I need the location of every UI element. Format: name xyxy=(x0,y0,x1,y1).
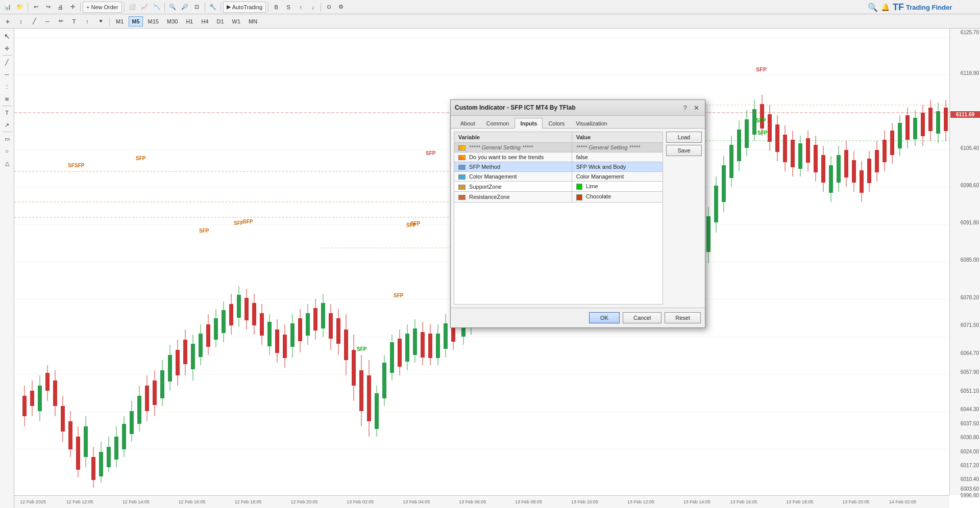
left-ellipse-btn[interactable]: ○ xyxy=(2,145,13,157)
new-order-icon: + xyxy=(86,4,89,10)
cursor-btn[interactable]: ✛ xyxy=(67,2,78,13)
left-hline-btn[interactable]: ─ xyxy=(2,69,13,80)
svg-text:SFP: SFP xyxy=(410,221,421,226)
tf-d1[interactable]: D1 xyxy=(214,16,227,27)
new-order-btn[interactable]: + New Order xyxy=(83,2,122,13)
table-container: Variable Value ***** General Setting ***… xyxy=(454,132,663,304)
save-btn[interactable]: Save xyxy=(666,145,702,156)
ok-btn[interactable]: OK xyxy=(589,312,620,323)
sep6 xyxy=(220,3,221,12)
row2-val: false xyxy=(572,153,663,162)
chart-candle-btn[interactable]: 📈 xyxy=(139,2,150,13)
sfp-1: SF xyxy=(68,163,75,168)
svg-text:SFP: SFP xyxy=(199,228,209,234)
svg-rect-79 xyxy=(252,303,256,325)
cancel-btn[interactable]: Cancel xyxy=(623,312,662,323)
left-arrow-btn[interactable]: ↗ xyxy=(2,119,13,131)
up-arrow-draw-btn[interactable]: ↑ xyxy=(82,16,93,27)
zoom-out-btn[interactable]: 🔎 xyxy=(179,2,190,13)
price-6125: 6125.70 xyxy=(961,30,979,35)
table-row[interactable]: ***** General Setting ***** ***** Genera… xyxy=(454,143,663,153)
fit-btn[interactable]: ⊡ xyxy=(191,2,203,13)
buy-btn[interactable]: B xyxy=(271,2,282,13)
tf-m15[interactable]: M15 xyxy=(145,16,162,27)
redo-btn[interactable]: ↪ xyxy=(42,2,54,13)
svg-rect-47 xyxy=(130,411,134,434)
left-fib-btn[interactable]: ≋ xyxy=(2,93,13,105)
tf-m5[interactable]: M5 xyxy=(129,16,142,27)
svg-rect-225 xyxy=(814,145,818,172)
svg-rect-245 xyxy=(890,131,894,155)
left-channel-btn[interactable]: ⋮ xyxy=(2,81,13,92)
svg-rect-211 xyxy=(760,104,764,129)
left-plus-btn[interactable]: ✛ xyxy=(2,43,13,54)
settings-btn[interactable]: ⚙ xyxy=(335,2,347,13)
tf-h1[interactable]: H1 xyxy=(183,16,196,27)
svg-rect-233 xyxy=(844,150,848,177)
tf-m1[interactable]: M1 xyxy=(113,16,127,27)
crosshair-btn[interactable]: + xyxy=(2,16,13,27)
logo-area: 🔍 🔔 TF Trading Finder xyxy=(868,0,980,14)
tab-visualization[interactable]: Visualization xyxy=(570,118,613,129)
modal-help-btn[interactable]: ? xyxy=(680,103,690,112)
tab-inputs[interactable]: Inputs xyxy=(514,118,543,129)
tf-mn[interactable]: MN xyxy=(246,16,260,27)
svg-rect-89 xyxy=(290,323,295,347)
down-arrow-btn[interactable]: ↓ xyxy=(307,2,318,13)
draw-btn[interactable]: ✏ xyxy=(55,16,66,27)
tab-colors[interactable]: Colors xyxy=(543,118,570,129)
zoom-in-btn[interactable]: 🔍 xyxy=(167,2,178,13)
hline-btn[interactable]: ─ xyxy=(42,16,53,27)
row1-icon xyxy=(458,145,465,150)
reset-btn[interactable]: Reset xyxy=(665,312,701,323)
svg-rect-69 xyxy=(214,318,218,340)
svg-rect-241 xyxy=(875,150,879,172)
left-triangle-btn[interactable]: △ xyxy=(2,158,13,169)
side-buttons: Load Save xyxy=(666,132,702,304)
left-text-btn[interactable]: T xyxy=(2,107,13,118)
new-chart-btn[interactable]: 📊 xyxy=(2,2,13,13)
table-row[interactable]: ResistanceZone Chocolate xyxy=(454,192,663,202)
table-row[interactable]: Do you want to see the trends false xyxy=(454,153,663,162)
left-line-btn[interactable]: ╱ xyxy=(2,57,13,68)
toolbar-top: 📊 📁 ↩ ↪ 🖨 ✛ + New Order ⬜ 📈 📉 🔍 🔎 ⊡ 🔧 ▶ … xyxy=(0,0,980,14)
sep1 xyxy=(28,3,28,12)
arrow-btn[interactable]: ↕ xyxy=(15,16,27,27)
time-5: 12 Feb 18:05 xyxy=(234,499,261,504)
table-row[interactable]: SupportZone Lime xyxy=(454,182,663,192)
table-row-selected[interactable]: SFP Method SFP Wick and Body xyxy=(454,162,663,172)
chart-bar-btn[interactable]: ⬜ xyxy=(127,2,138,13)
modal-title-buttons: ? ✕ xyxy=(680,103,701,112)
chart-line-btn[interactable]: 📉 xyxy=(151,2,162,13)
circle-btn[interactable]: ⊙ xyxy=(323,2,334,13)
undo-btn[interactable]: ↩ xyxy=(30,2,41,13)
price-6003: 6003.60 xyxy=(961,486,979,492)
load-btn[interactable]: Load xyxy=(666,132,702,143)
special-btn[interactable]: ✦ xyxy=(95,16,106,27)
svg-rect-119 xyxy=(405,334,409,362)
line-tool-btn[interactable]: ╱ xyxy=(29,16,40,27)
modal-close-btn[interactable]: ✕ xyxy=(692,103,701,112)
tab-about[interactable]: About xyxy=(455,118,481,129)
sell-btn[interactable]: S xyxy=(283,2,294,13)
svg-rect-231 xyxy=(837,155,841,183)
up-arrow-btn[interactable]: ↑ xyxy=(295,2,306,13)
time-15: 13 Feb 18:05 xyxy=(786,499,813,504)
tf-w1[interactable]: W1 xyxy=(229,16,244,27)
tf-m30[interactable]: M30 xyxy=(164,16,181,27)
open-btn[interactable]: 📁 xyxy=(14,2,26,13)
left-cursor-btn[interactable]: ↖ xyxy=(2,31,13,42)
table-row[interactable]: Color Management Color Management xyxy=(454,172,663,182)
print-btn[interactable]: 🖨 xyxy=(55,2,66,13)
tab-common[interactable]: Common xyxy=(481,118,515,129)
left-rect-btn[interactable]: ▭ xyxy=(2,133,13,144)
text-btn[interactable]: T xyxy=(68,16,80,27)
indicators-btn[interactable]: 🔧 xyxy=(207,2,218,13)
tf-h4[interactable]: H4 xyxy=(198,16,211,27)
price-6051: 6051.10 xyxy=(961,388,979,394)
svg-rect-123 xyxy=(421,332,425,358)
svg-rect-21 xyxy=(30,391,34,406)
svg-rect-221 xyxy=(798,143,802,169)
toolbar-second: + ↕ ╱ ─ ✏ T ↑ ✦ M1 M5 M15 M30 H1 H4 D1 W… xyxy=(0,14,980,29)
autotrade-btn[interactable]: ▶ AutoTrading xyxy=(223,2,266,13)
